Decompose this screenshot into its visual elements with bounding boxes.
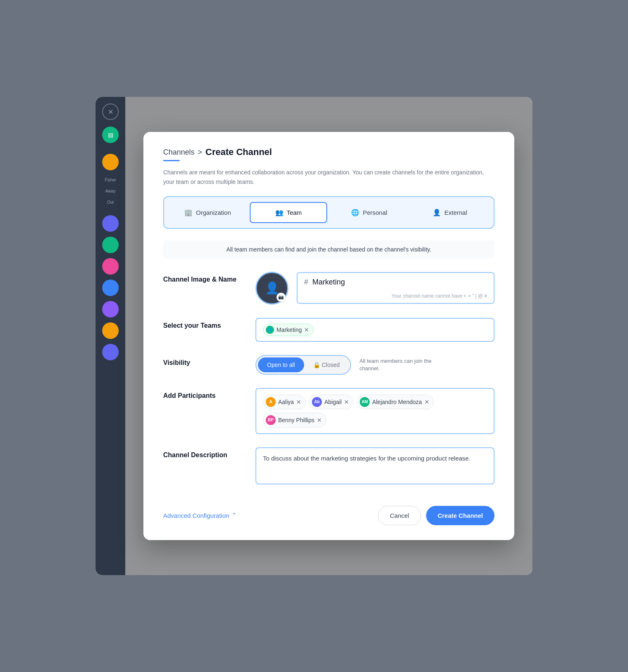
participants-row: Add Participants A Aaliya ✕ Ab Abigail: [163, 388, 494, 434]
participant-tag-aaliya: A Aaliya ✕: [263, 395, 306, 409]
toggle-closed[interactable]: 🔒Closed: [304, 357, 349, 372]
user-substatus-label: Out: [107, 200, 114, 204]
participant-tag-abigail: Ab Abigail ✕: [309, 395, 354, 409]
channel-image-name-control: 👤 📷 # Your channel name cannot have < > …: [255, 272, 494, 305]
chevron-up-icon: ⌃: [232, 512, 237, 519]
channel-name-input-row: #: [298, 273, 494, 291]
tab-team-label: Team: [287, 209, 302, 216]
team-icon: 👥: [275, 209, 284, 216]
breadcrumb-parent: Channels: [163, 148, 194, 157]
participant-avatar-alejandro: AM: [360, 397, 370, 407]
tab-personal-label: Personal: [363, 209, 387, 216]
description-label: Channel Description: [163, 447, 246, 459]
channel-image-label: Channel Image & Name: [163, 272, 246, 283]
sidebar-home-icon[interactable]: ▤: [102, 127, 119, 143]
participant-tag-alejandro: AM Alejandro Mendoza ✕: [357, 395, 434, 409]
sidebar-avatar-8[interactable]: [102, 344, 119, 360]
team-tag-close[interactable]: ✕: [304, 327, 309, 333]
user-status-label: Away: [105, 189, 115, 193]
channel-name-wrapper: # Your channel name cannot have < > " | …: [297, 272, 494, 304]
camera-icon: 📷: [277, 293, 286, 302]
avatar-person-icon: 👤: [265, 281, 279, 295]
participant-name-aaliya: Aaliya: [278, 399, 294, 405]
create-channel-modal: Channels > Create Channel Channels are m…: [143, 132, 514, 540]
advanced-configuration-link[interactable]: Advanced Configuration ⌃: [163, 512, 237, 519]
toggle-open-to-all[interactable]: Open to all: [258, 357, 304, 372]
participant-avatar-abigail: Ab: [312, 397, 322, 407]
lock-icon: 🔒: [313, 362, 320, 368]
participants-control: A Aaliya ✕ Ab Abigail ✕ AM A: [255, 388, 494, 434]
sidebar-avatar-6[interactable]: [102, 301, 119, 317]
select-teams-label: Select your Teams: [163, 318, 246, 329]
team-tag-icon: 🌐: [266, 326, 274, 334]
sidebar-avatar-7[interactable]: [102, 322, 119, 339]
participants-box[interactable]: A Aaliya ✕ Ab Abigail ✕ AM A: [255, 388, 494, 434]
sidebar-avatar-5[interactable]: [102, 280, 119, 296]
participants-label: Add Participants: [163, 388, 246, 399]
participant-avatar-benny: BP: [266, 415, 276, 425]
team-tag-label: Marketing: [277, 327, 302, 333]
channel-avatar-upload[interactable]: 👤 📷: [255, 272, 288, 305]
participant-tag-benny: BP Benny Phillips ✕: [263, 413, 326, 428]
participant-remove-abigail[interactable]: ✕: [344, 399, 349, 405]
visibility-row: Visibility Open to all 🔒Closed All team …: [163, 355, 494, 375]
user-name-label: Fisher: [105, 178, 116, 182]
participant-remove-benny[interactable]: ✕: [317, 417, 322, 423]
channel-type-tabs: 🏢 Organization 👥 Team 🌐 Personal 👤 Exter…: [163, 196, 494, 229]
participant-name-abigail: Abigail: [324, 399, 342, 405]
breadcrumb: Channels > Create Channel: [163, 147, 494, 157]
cancel-button[interactable]: Cancel: [378, 506, 421, 525]
participant-name-alejandro: Alejandro Mendoza: [372, 399, 422, 405]
team-tag-marketing: 🌐 Marketing ✕: [263, 324, 314, 336]
channel-name-input[interactable]: [312, 278, 487, 287]
sidebar: ✕ ▤ Fisher Away Out: [96, 97, 125, 575]
tab-personal[interactable]: 🌐 Personal: [330, 202, 408, 223]
tab-organization[interactable]: 🏢 Organization: [169, 202, 246, 223]
tab-team[interactable]: 👥 Team: [250, 202, 327, 223]
footer-buttons: Cancel Create Channel: [378, 506, 494, 525]
close-button[interactable]: ✕: [102, 103, 119, 120]
participant-remove-aaliya[interactable]: ✕: [296, 399, 301, 405]
modal-footer: Advanced Configuration ⌃ Cancel Create C…: [163, 499, 494, 525]
create-channel-button[interactable]: Create Channel: [426, 506, 494, 525]
teams-select[interactable]: 🌐 Marketing ✕: [255, 318, 494, 342]
external-icon: 👤: [433, 209, 441, 216]
team-info-bar: All team members can find and join the c…: [163, 240, 494, 258]
description-control: To discuss about the marketing strategie…: [255, 447, 494, 486]
description-textarea[interactable]: To discuss about the marketing strategie…: [255, 447, 494, 484]
visibility-label: Visibility: [163, 355, 246, 367]
sidebar-avatar-2[interactable]: [102, 215, 119, 232]
sidebar-avatar-3[interactable]: [102, 237, 119, 253]
personal-icon: 🌐: [351, 209, 359, 216]
tab-external[interactable]: 👤 External: [411, 202, 489, 223]
participant-name-benny: Benny Phillips: [278, 417, 314, 423]
channel-image-name-row: Channel Image & Name 👤 📷 # Your channel …: [163, 272, 494, 305]
breadcrumb-underline: [163, 160, 180, 161]
main-content: Channels > Create Channel Channels are m…: [125, 97, 532, 575]
sidebar-avatar-4[interactable]: [102, 258, 119, 275]
advanced-config-label: Advanced Configuration: [163, 512, 229, 519]
visibility-toggle-row: Open to all 🔒Closed All team members can…: [255, 355, 494, 375]
tab-external-label: External: [444, 209, 467, 216]
participant-avatar-aaliya: A: [266, 397, 276, 407]
modal-overlay: Channels > Create Channel Channels are m…: [125, 97, 532, 575]
visibility-control: Open to all 🔒Closed All team members can…: [255, 355, 494, 375]
tab-organization-label: Organization: [196, 209, 231, 216]
participant-remove-alejandro[interactable]: ✕: [424, 399, 429, 405]
breadcrumb-current: Create Channel: [206, 147, 272, 157]
breadcrumb-separator: >: [198, 148, 202, 157]
hash-icon: #: [304, 278, 308, 287]
visibility-toggle-group: Open to all 🔒Closed: [255, 355, 351, 375]
sidebar-avatar-1[interactable]: [102, 154, 119, 170]
teams-select-control: 🌐 Marketing ✕: [255, 318, 494, 342]
visibility-hint: All team members can join the channel.: [359, 357, 442, 372]
sidebar-avatar-list: [102, 214, 119, 361]
organization-icon: 🏢: [184, 209, 192, 216]
description-row: Channel Description To discuss about the…: [163, 447, 494, 486]
modal-description: Channels are meant for enhanced collabor…: [163, 168, 494, 186]
channel-name-hint: Your channel name cannot have < > " | @ …: [298, 291, 494, 303]
select-teams-row: Select your Teams 🌐 Marketing ✕: [163, 318, 494, 342]
